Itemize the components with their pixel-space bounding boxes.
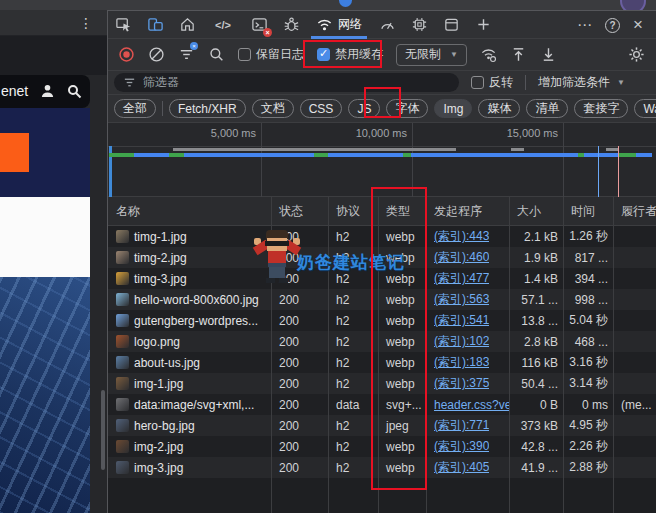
request-row-timg-1.jpg[interactable]: timg-1.jpg200h2webp(索引):4432.1 kB1.26 秒 xyxy=(108,226,656,247)
request-row-about-us.jpg[interactable]: about-us.jpg200h2webp(索引):183116 kB3.16 … xyxy=(108,352,656,373)
column-header-协议[interactable]: 协议 xyxy=(328,197,378,225)
filter-chip-img[interactable]: Img xyxy=(434,99,472,118)
request-size: 1.4 kB xyxy=(509,268,563,289)
filter-toggle-icon[interactable]: × xyxy=(178,46,195,63)
more-filters-button[interactable]: 增加筛选条件 ▼ xyxy=(538,74,625,91)
filter-chip-字体[interactable]: 字体 xyxy=(386,99,428,118)
column-header-名称[interactable]: 名称 xyxy=(108,197,271,225)
disable-cache-group[interactable]: 禁用缓存 xyxy=(317,46,383,63)
request-row-hero-bg.jpg[interactable]: hero-bg.jpg200h2jpeg(索引):771373 kB4.95 秒 xyxy=(108,415,656,436)
request-protocol: h2 xyxy=(328,436,378,457)
filter-chip-文档[interactable]: 文档 xyxy=(252,99,294,118)
column-header-类型[interactable]: 类型 xyxy=(378,197,426,225)
column-header-履行者[interactable]: 履行者 xyxy=(613,197,656,225)
export-har-icon[interactable] xyxy=(540,46,557,63)
filter-chip-清单[interactable]: 清单 xyxy=(526,99,568,118)
record-button[interactable] xyxy=(118,46,135,63)
help-icon[interactable]: ? xyxy=(605,18,620,33)
request-time: 394 ... xyxy=(563,268,613,289)
network-conditions-icon[interactable] xyxy=(480,46,497,63)
initiator-link[interactable]: (索引):375 xyxy=(434,375,489,392)
initiator-link[interactable]: (索引):390 xyxy=(434,438,489,455)
table-body: timg-1.jpg200h2webp(索引):4432.1 kB1.26 秒t… xyxy=(108,226,656,478)
request-size: 41.9 ... xyxy=(509,457,563,478)
filter-chip-媒体[interactable]: 媒体 xyxy=(478,99,520,118)
more-menu-icon[interactable]: ⋯ xyxy=(577,16,592,34)
browser-menu-icon[interactable]: ⋮ xyxy=(79,13,93,33)
request-row-img-3.jpg[interactable]: img-3.jpg200h2webp(索引):40541.9 ...2.88 秒 xyxy=(108,457,656,478)
request-row-data-image-svg-xml-...[interactable]: data:image/svg+xml,...200datasvg+...head… xyxy=(108,394,656,415)
initiator-link[interactable]: (索引):460 xyxy=(434,249,489,266)
column-header-发起程序[interactable]: 发起程序 xyxy=(426,197,509,225)
request-row-img-2.jpg[interactable]: img-2.jpg200h2webp(索引):39042.8 ...2.26 秒 xyxy=(108,436,656,457)
requests-table: 名称状态协议类型发起程序大小时间履行者 timg-1.jpg200h2webp(… xyxy=(108,197,656,513)
application-icon[interactable] xyxy=(442,16,460,34)
preserve-log-group[interactable]: 保留日志 xyxy=(238,46,304,63)
inspect-icon[interactable] xyxy=(114,16,132,34)
request-row-logo.png[interactable]: logo.png200h2webp(索引):1022.8 kB468 ... xyxy=(108,331,656,352)
request-name: img-3.jpg xyxy=(134,461,183,475)
initiator-link[interactable]: (索引):477 xyxy=(434,270,489,287)
invert-checkbox[interactable] xyxy=(471,76,484,89)
initiator-link[interactable]: (索引):541 xyxy=(434,312,489,329)
clear-button[interactable] xyxy=(148,46,165,63)
import-har-icon[interactable] xyxy=(510,46,527,63)
column-header-状态[interactable]: 状态 xyxy=(271,197,328,225)
request-status: 200 xyxy=(271,436,328,457)
initiator-link[interactable]: (索引):183 xyxy=(434,354,489,371)
page-scrollbar-thumb[interactable] xyxy=(101,390,105,470)
filter-chip-全部[interactable]: 全部 xyxy=(114,99,156,118)
network-overview[interactable]: 5,000 ms10,000 ms15,000 ms xyxy=(108,123,656,197)
search-icon[interactable] xyxy=(66,83,82,99)
performance-icon[interactable] xyxy=(378,16,396,34)
console-icon[interactable]: × xyxy=(250,16,268,34)
invert-group[interactable]: 反转 xyxy=(471,74,513,91)
more-tabs-icon[interactable] xyxy=(474,16,492,34)
column-header-大小[interactable]: 大小 xyxy=(509,197,563,225)
settings-gear-icon[interactable] xyxy=(628,46,645,63)
memory-icon[interactable] xyxy=(410,16,428,34)
filter-chip-js[interactable]: JS xyxy=(348,99,380,118)
request-row-timg-2.jpg[interactable]: timg-2.jpg200h2webp(索引):4601.9 kB817 ... xyxy=(108,247,656,268)
request-time: 0 ms xyxy=(563,394,613,415)
request-protocol: h2 xyxy=(328,310,378,331)
initiator-link[interactable]: (索引):102 xyxy=(434,333,489,350)
request-row-img-1.jpg[interactable]: img-1.jpg200h2webp(索引):37550.4 ...3.14 秒 xyxy=(108,373,656,394)
request-time: 998 ... xyxy=(563,289,613,310)
sources-icon[interactable]: </> xyxy=(210,16,236,34)
device-toolbar-icon[interactable] xyxy=(146,16,164,34)
search-button[interactable] xyxy=(208,46,225,63)
throttling-value: 无限制 xyxy=(405,46,441,63)
column-header-时间[interactable]: 时间 xyxy=(563,197,613,225)
overview-requests-bar xyxy=(109,153,652,157)
request-row-timg-3.jpg[interactable]: timg-3.jpg200h2webp(索引):4771.4 kB394 ... xyxy=(108,268,656,289)
initiator-link[interactable]: (索引):563 xyxy=(434,291,489,308)
filter-chip-wasm[interactable]: Wasm xyxy=(634,99,656,118)
request-row-gutengberg-wordpres...[interactable]: gutengberg-wordpres...200h2webp(索引):5411… xyxy=(108,310,656,331)
home-icon[interactable] xyxy=(178,16,196,34)
overview-pending-bar xyxy=(173,148,456,151)
debug-icon[interactable] xyxy=(282,16,300,34)
filter-input[interactable]: 筛选器 xyxy=(114,73,459,92)
request-status: 200 xyxy=(271,457,328,478)
throttling-select[interactable]: 无限制 ▼ xyxy=(396,44,467,66)
chevron-down-icon: ▼ xyxy=(617,78,625,87)
initiator-link[interactable]: (索引):443 xyxy=(434,228,489,245)
tab-network[interactable]: 网络 xyxy=(314,11,364,39)
initiator-link[interactable]: (索引):405 xyxy=(434,459,489,476)
filter-chip-fetch-xhr[interactable]: Fetch/XHR xyxy=(169,99,246,118)
close-icon[interactable]: × xyxy=(633,15,643,35)
devtools-panel: </> × 网络 xyxy=(107,10,656,513)
request-type: webp xyxy=(378,268,426,289)
preserve-log-checkbox[interactable] xyxy=(238,48,251,61)
request-size: 373 kB xyxy=(509,415,563,436)
filter-chip-css[interactable]: CSS xyxy=(300,99,343,118)
disable-cache-checkbox[interactable] xyxy=(317,48,330,61)
initiator-link[interactable]: (索引):771 xyxy=(434,417,489,434)
user-icon[interactable] xyxy=(40,83,55,98)
initiator-link[interactable]: header.css?ver xyxy=(434,398,509,412)
filter-chip-套接字[interactable]: 套接字 xyxy=(574,99,628,118)
request-time: 2.26 秒 xyxy=(563,436,613,457)
request-row-hello-word-800x600.jpg[interactable]: hello-word-800x600.jpg200h2webp(索引):5635… xyxy=(108,289,656,310)
site-logo-text[interactable]: enet xyxy=(1,83,28,99)
